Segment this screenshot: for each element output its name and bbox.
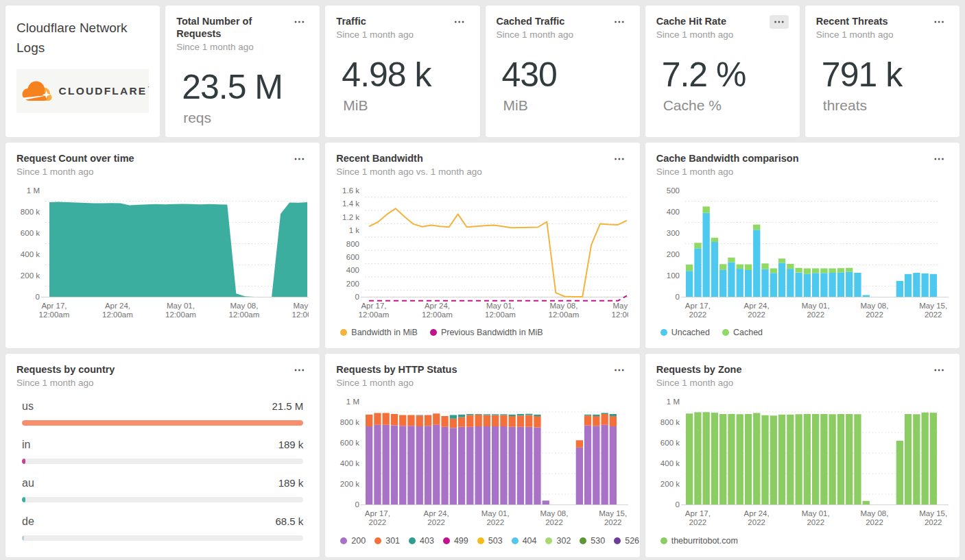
country-bar-fill [22,497,25,502]
panel-subtitle: Since 1 month ago [176,42,289,52]
panel-requests-by-zone: Requests by Zone Since 1 month ago ⋯ 020… [645,354,960,557]
svg-text:12:00am: 12:00am [102,311,133,319]
svg-text:May 15,: May 15, [919,509,947,518]
svg-text:2022: 2022 [925,518,942,526]
panel-menu-icon[interactable]: ⋯ [289,15,309,29]
panel-subtitle: Since 1 month ago [816,29,894,40]
svg-text:Apr 24,: Apr 24, [425,302,450,310]
country-label: au [22,477,34,489]
stats-row: Cloudflare Network Logs CLOUDFLARE’ Tota… [5,5,960,137]
svg-text:400: 400 [346,266,359,274]
svg-text:Apr 24,: Apr 24, [424,509,449,518]
svg-text:2022: 2022 [689,518,706,526]
svg-text:12:00am: 12:00am [549,311,580,319]
cloudflare-cloud-icon [16,76,55,106]
recent-bandwidth-chart: 02004006008001 k1.2 k1.4 k1.6 kApr 17,12… [336,184,628,322]
country-label: in [22,439,30,451]
charts-row-1: Request Count over time Since 1 month ag… [5,143,960,348]
svg-text:0: 0 [675,293,679,301]
country-row-de: de68.5 k [22,515,303,541]
stat-unit: MiB [343,97,468,114]
svg-text:12:00am: 12:00am [422,311,453,319]
legend-item-403[interactable]: 403 [409,536,434,546]
stat-value: 7.2 % [662,55,789,95]
legend-item-200[interactable]: 200 [340,536,366,546]
panel-menu-icon[interactable]: ⋯ [289,152,309,166]
legend-item-499[interactable]: 499 [443,536,468,546]
svg-text:400 k: 400 k [340,459,359,467]
legend-item-530[interactable]: 530 [580,536,605,546]
country-bar-track [22,420,303,426]
country-value: 68.5 k [275,515,303,527]
panel-recent-bandwidth: Recent Bandwidth Since 1 month ago vs. 1… [325,143,639,348]
cache_bandwidth-plot: 0100200300400500Apr 17,2022Apr 24,2022Ma… [656,184,949,322]
legend-item-Cached[interactable]: Cached [722,328,763,337]
legend-item-404[interactable]: 404 [512,536,537,546]
svg-text:12:00am: 12:00am [292,311,309,319]
svg-text:800 k: 800 k [660,418,680,426]
panel-menu-icon[interactable]: ⋯ [929,152,949,166]
legend-item-526[interactable]: 526 [614,536,639,546]
svg-text:1 k: 1 k [349,226,360,234]
panel-menu-icon[interactable]: ⋯ [610,363,629,377]
cloudflare-logo-text: CLOUDFLARE’ [59,85,150,97]
country-bar-track [22,459,303,464]
svg-text:May 08,: May 08, [540,509,569,518]
panel-request-count: Request Count over time Since 1 month ag… [5,143,320,348]
legend-item-503[interactable]: 503 [477,536,503,546]
panel-menu-icon[interactable]: ⋯ [929,15,949,29]
stat-unit: threats [823,97,949,114]
svg-text:0: 0 [675,500,679,509]
panel-http-status: Requests by HTTP Status Since 1 month ag… [325,354,639,557]
country-bar-track [22,535,303,541]
country-value: 21.5 M [272,400,303,412]
http-status-chart: 0200 k400 k600 k800 k1 MApr 17,2022Apr 2… [336,395,628,531]
svg-text:May 08,: May 08, [550,302,578,310]
country-value: 189 k [278,439,304,450]
panel-total-requests: Total Number of Requests Since 1 month a… [165,5,320,137]
panel-title: Cache Bandwidth comparison [656,152,799,165]
country-bar-fill [22,420,303,426]
svg-text:200: 200 [666,250,679,258]
country-row-in: in189 k [22,439,303,464]
legend-item-Previous Bandwidth in MiB[interactable]: Previous Bandwidth in MiB [430,328,543,337]
svg-text:2022: 2022 [428,518,446,526]
panel-dashboard-header: Cloudflare Network Logs CLOUDFLARE’ [5,5,160,137]
svg-text:2022: 2022 [369,518,387,526]
svg-text:800 k: 800 k [340,418,359,426]
legend-dot [477,537,484,544]
panel-title: Recent Bandwidth [336,152,481,165]
legend-dot [660,537,667,544]
panel-subtitle: Since 1 month ago [497,29,574,40]
panel-menu-icon[interactable]: ⋯ [770,15,789,29]
country-label: us [22,400,34,413]
legend-dot [340,329,347,336]
legend-dot [512,537,519,544]
panel-menu-icon[interactable]: ⋯ [610,152,629,166]
svg-text:May 08,: May 08, [230,302,258,310]
svg-text:2022: 2022 [689,311,706,319]
legend-item-theburritobot.com[interactable]: theburritobot.com [660,536,738,546]
svg-text:800: 800 [346,240,359,248]
svg-text:12:00am: 12:00am [359,311,390,319]
panel-subtitle: Since 1 month ago vs. 1 month ago [336,167,481,177]
country-row-au: au189 k [22,477,303,502]
svg-text:600 k: 600 k [660,439,680,447]
panel-menu-icon[interactable]: ⋯ [610,15,629,29]
svg-text:200: 200 [346,280,359,288]
svg-text:Apr 17,: Apr 17, [361,302,387,310]
legend-item-301[interactable]: 301 [374,536,400,546]
panel-menu-icon[interactable]: ⋯ [450,15,469,29]
legend-dot [430,329,437,336]
legend-item-Uncached[interactable]: Uncached [660,328,710,337]
svg-text:2022: 2022 [866,518,883,526]
legend-item-Bandwidth in MiB[interactable]: Bandwidth in MiB [340,328,418,337]
svg-text:May 15,: May 15, [613,302,628,310]
svg-text:1 M: 1 M [346,398,359,406]
panel-menu-icon[interactable]: ⋯ [929,363,949,377]
panel-menu-icon[interactable]: ⋯ [289,363,309,377]
legend-item-302[interactable]: 302 [545,536,571,546]
cloudflare-logo: CLOUDFLARE’ [16,69,149,113]
legend-dot [409,537,416,544]
svg-text:Apr 17,: Apr 17, [41,302,67,310]
